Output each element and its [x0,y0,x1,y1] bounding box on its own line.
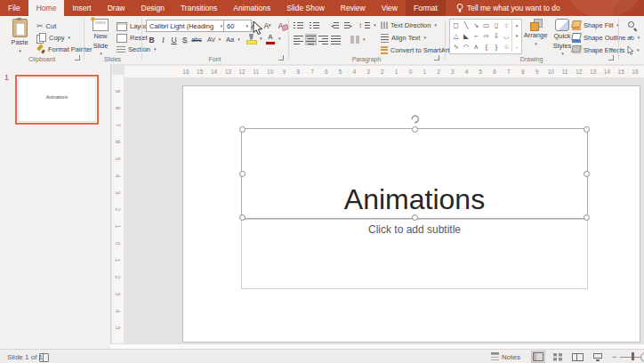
zoom-slider-thumb[interactable] [632,352,634,360]
font-name-combobox[interactable]: Calibri Light (Heading▾ [146,20,226,32]
slide-canvas[interactable]: Click to add subtitle Animations [182,85,640,343]
tab-view[interactable]: View [374,0,406,16]
align-center-button[interactable] [305,34,317,45]
resize-handle-w[interactable] [239,171,246,177]
paste-button[interactable]: Paste ▾ [7,19,32,53]
ruler-tick: · [372,69,379,75]
bold-button[interactable]: B [146,34,157,45]
subtitle-placeholder-text[interactable]: Click to add subtitle [242,223,587,236]
clipboard-dialog-launcher[interactable] [75,55,80,60]
zoom-out-button[interactable]: − [612,350,616,363]
reading-view-button[interactable] [570,351,584,363]
tab-draw[interactable]: Draw [100,0,133,16]
columns-button[interactable]: ▾ [350,34,366,45]
slide-title-text[interactable]: Animations [242,183,587,216]
normal-view-button[interactable] [531,351,545,363]
tab-insert[interactable]: Insert [64,0,99,16]
gallery-scroll-down-icon[interactable]: ▾ [512,30,521,41]
shape-icon[interactable]: ◻ [454,22,459,29]
shape-icon[interactable]: { [485,44,487,51]
align-text-button[interactable]: Align Text▾ [381,32,426,44]
change-case-button[interactable]: Aa▾ [226,34,240,45]
tab-slide-show[interactable]: Slide Show [278,0,333,16]
copy-button[interactable]: Copy ▾ [36,32,70,44]
resize-handle-nw[interactable] [239,126,246,133]
shape-icon[interactable]: ↘ [473,22,479,29]
shape-icon[interactable]: ○ [504,22,509,29]
align-right-button[interactable] [318,34,329,45]
shape-icon[interactable]: ∿ [454,44,459,51]
tab-transitions[interactable]: Transitions [173,0,225,16]
ruler-tick: · [330,69,337,75]
shape-icon[interactable]: ▯ [495,22,498,29]
zoom-in-button[interactable] [640,352,644,362]
replace-button[interactable]: ab▾ [627,32,640,44]
tab-animations[interactable]: Animations [225,0,278,16]
decrease-indent-button[interactable]: ◂ [329,20,341,31]
paragraph-dialog-launcher[interactable] [434,55,439,60]
gallery-scroll-up-icon[interactable]: ▴ [512,20,521,30]
shape-icon[interactable]: ⇩ [494,33,499,40]
thumbnail-title-text: Animations [17,94,97,100]
shape-icon[interactable]: ⇨ [484,33,489,40]
tab-review[interactable]: Review [333,0,374,16]
gallery-more-icon[interactable]: ⌄ [512,41,521,52]
paste-label: Paste [11,39,28,47]
increase-indent-button[interactable]: ▸ [342,20,354,31]
select-button[interactable]: ▾ [627,44,640,56]
drawing-dialog-launcher[interactable] [608,55,614,60]
shape-icon[interactable]: ◡ [503,33,510,40]
ruler-number: 8 [294,66,302,77]
ruler-tick: · [117,249,119,254]
shape-icon[interactable]: △ [454,33,459,40]
ruler-tick: · [316,69,323,75]
shape-icon[interactable]: ☆ [503,44,510,51]
strikethrough-button[interactable]: abc [189,34,204,45]
slide-sorter-view-button[interactable] [551,351,565,363]
align-left-button[interactable] [293,34,304,45]
rotation-handle[interactable] [410,111,420,127]
resize-handle-n[interactable] [412,126,418,133]
slide-show-button[interactable] [591,351,605,363]
subtitle-placeholder[interactable]: Click to add subtitle [241,219,588,289]
tab-design[interactable]: Design [133,0,173,16]
bullets-button[interactable] [293,20,304,31]
resize-handle-e[interactable] [584,171,590,177]
line-spacing-button[interactable]: ↕ ▾ [358,20,376,31]
text-direction-button[interactable]: Text Direction▾ [381,20,437,31]
new-slide-button[interactable]: New Slide ▾ [87,19,114,56]
justify-button[interactable] [330,34,342,45]
ruler-tick: · [624,69,632,75]
character-spacing-button[interactable]: AV▾ [207,34,221,45]
ruler-tick: · [358,69,365,75]
tab-home[interactable]: Home [28,0,65,16]
shape-icon[interactable]: ◣ [463,33,469,40]
shape-icon[interactable]: } [495,44,498,51]
tab-format[interactable]: Format [406,0,446,16]
down-caret-icon: ▾ [269,23,271,28]
shape-icon[interactable]: ╲ [464,22,469,29]
resize-handle-ne[interactable] [584,126,590,133]
spell-check-icon[interactable] [39,353,49,362]
find-button[interactable] [627,20,637,31]
font-size-combobox[interactable]: 60▾ [223,20,252,32]
title-placeholder-selected[interactable]: Animations [241,128,588,219]
notes-button[interactable]: Notes [491,350,520,363]
tell-me-box[interactable]: Tell me what you want to do [446,0,560,16]
clear-formatting-button[interactable]: A [275,20,286,31]
slide-thumbnail[interactable]: Animations [15,75,99,125]
shape-fill-button[interactable]: Shape Fill▾ [572,20,619,31]
numbering-icon [310,22,319,28]
shape-icon[interactable]: ◠ [463,44,470,51]
numbering-button[interactable] [309,20,320,31]
shape-icon[interactable]: ⌐ [474,33,478,40]
tab-file[interactable]: File [0,0,28,16]
cut-button[interactable]: ✂ Cut [36,20,56,32]
arrange-button[interactable]: Arrange▾ [523,19,548,46]
font-color-button[interactable]: A▾ [266,33,281,44]
zoom-slider-track[interactable] [620,357,641,358]
shape-icon[interactable]: ▭ [483,22,489,29]
shape-icon[interactable]: ∧ [474,44,479,51]
ruler-number: 2 [379,66,386,77]
font-dialog-launcher[interactable] [278,55,284,60]
